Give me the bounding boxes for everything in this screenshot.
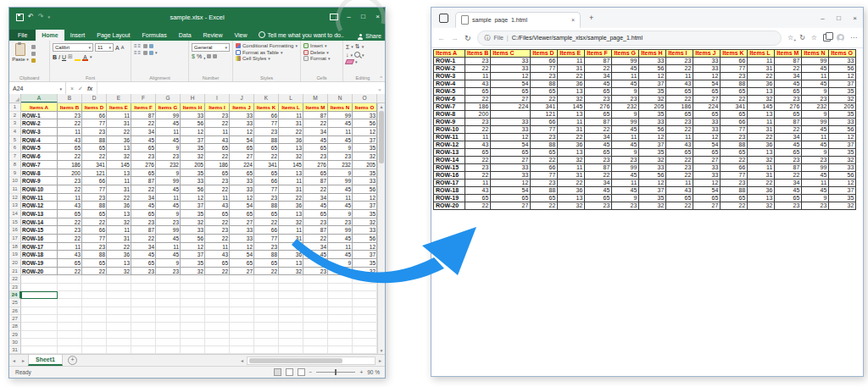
excel-row-label-cell[interactable]: ROW-5 <box>21 144 58 152</box>
excel-data-cell[interactable]: 87 <box>131 112 156 120</box>
excel-data-cell[interactable]: 145 <box>107 161 131 169</box>
excel-data-cell[interactable]: 23 <box>82 243 107 252</box>
normal-view-icon[interactable] <box>274 368 281 376</box>
excel-data-cell[interactable]: 22 <box>205 152 230 161</box>
empty-cell[interactable] <box>181 284 205 291</box>
browser-maximize-button[interactable]: □ <box>831 14 847 22</box>
excel-data-cell[interactable]: 54 <box>230 136 254 145</box>
underline-button[interactable]: U <box>62 54 66 60</box>
excel-data-cell[interactable]: 43 <box>58 251 82 259</box>
empty-cell[interactable] <box>156 346 181 354</box>
excel-data-cell[interactable]: 23 <box>303 268 328 276</box>
excel-data-cell[interactable]: 45 <box>328 119 353 128</box>
excel-data-cell[interactable]: 65 <box>82 210 107 218</box>
excel-header-cell[interactable]: Items H <box>181 103 205 112</box>
empty-cell[interactable] <box>279 315 303 323</box>
empty-cell[interactable] <box>131 331 156 339</box>
empty-cell[interactable] <box>58 275 82 283</box>
excel-data-cell[interactable]: 23 <box>58 226 82 235</box>
excel-data-cell[interactable]: 56 <box>353 119 377 128</box>
excel-data-cell[interactable]: 33 <box>230 112 254 120</box>
sheet-tab-sheet1[interactable]: Sheet1 <box>28 355 63 366</box>
excel-data-cell[interactable]: 22 <box>254 268 279 276</box>
empty-cell[interactable] <box>279 339 303 346</box>
empty-cell[interactable] <box>254 275 279 283</box>
row-number-10[interactable]: 10 <box>9 177 21 185</box>
empty-cell[interactable] <box>205 291 230 299</box>
scroll-left-icon[interactable]: ◂ <box>237 357 247 363</box>
empty-cell[interactable] <box>205 284 230 291</box>
scrollbar-thumb[interactable] <box>379 111 384 163</box>
excel-data-cell[interactable]: 23 <box>303 152 328 161</box>
excel-data-cell[interactable]: 23 <box>156 152 181 161</box>
excel-data-cell[interactable]: 33 <box>353 112 377 120</box>
zoom-slider-thumb[interactable] <box>335 369 337 375</box>
empty-cell[interactable] <box>303 307 328 315</box>
excel-data-cell[interactable]: 11 <box>58 194 82 202</box>
empty-cell[interactable] <box>82 331 107 339</box>
excel-data-cell[interactable]: 22 <box>303 185 328 194</box>
excel-data-cell[interactable]: 31 <box>107 119 131 128</box>
excel-data-cell[interactable]: 87 <box>131 177 156 185</box>
excel-data-cell[interactable]: 37 <box>181 202 205 210</box>
excel-data-cell[interactable]: 65 <box>254 169 279 178</box>
redo-icon[interactable]: ↷ <box>38 14 44 20</box>
excel-data-cell[interactable]: 11 <box>328 243 353 252</box>
excel-data-cell[interactable]: 88 <box>254 136 279 145</box>
empty-cell[interactable] <box>353 323 377 330</box>
excel-data-cell[interactable]: 56 <box>181 235 205 243</box>
excel-data-cell[interactable]: 65 <box>254 144 279 152</box>
excel-data-cell[interactable]: 65 <box>303 144 328 152</box>
scroll-right-icon[interactable]: ▸ <box>376 357 385 363</box>
empty-cell[interactable] <box>156 315 181 323</box>
excel-data-cell[interactable]: 276 <box>303 161 328 169</box>
empty-cell[interactable] <box>279 299 303 307</box>
empty-cell[interactable] <box>254 299 279 307</box>
excel-data-cell[interactable]: 32 <box>181 152 205 161</box>
excel-data-cell[interactable]: 22 <box>279 243 303 252</box>
excel-data-cell[interactable]: 22 <box>279 194 303 202</box>
empty-cell[interactable] <box>230 346 254 354</box>
indent-icon[interactable] <box>143 51 147 55</box>
page-break-view-icon[interactable] <box>298 368 305 376</box>
empty-cell[interactable] <box>82 346 107 354</box>
excel-data-cell[interactable]: 31 <box>107 235 131 243</box>
empty-cell[interactable] <box>107 275 131 283</box>
excel-row-label-cell[interactable]: ROW-10 <box>21 185 58 194</box>
excel-data-cell[interactable]: 22 <box>205 185 230 194</box>
ribbon-tab-data[interactable]: Data <box>173 30 198 41</box>
row-number-23[interactable]: 23 <box>9 284 21 291</box>
row-number-18[interactable]: 18 <box>9 243 21 252</box>
empty-cell[interactable] <box>279 275 303 283</box>
row-number-7[interactable]: 7 <box>9 152 21 161</box>
row-number-17[interactable]: 17 <box>9 235 21 243</box>
empty-cell[interactable] <box>205 323 230 330</box>
excel-data-cell[interactable]: 12 <box>230 243 254 252</box>
ribbon-display-options-icon[interactable] <box>330 14 338 20</box>
empty-cell[interactable] <box>230 275 254 283</box>
empty-cell[interactable] <box>58 315 82 323</box>
empty-cell[interactable] <box>230 299 254 307</box>
excel-data-cell[interactable]: 205 <box>181 161 205 169</box>
excel-data-cell[interactable]: 87 <box>303 226 328 235</box>
excel-data-cell[interactable]: 9 <box>156 169 181 178</box>
excel-data-cell[interactable]: 13 <box>107 259 131 268</box>
excel-data-cell[interactable]: 45 <box>131 251 156 259</box>
back-icon[interactable]: ← <box>437 34 445 42</box>
excel-data-cell[interactable]: 35 <box>353 210 377 218</box>
empty-cell[interactable] <box>131 284 156 291</box>
row-number-31[interactable]: 31 <box>9 346 21 354</box>
empty-cell[interactable] <box>279 307 303 315</box>
excel-data-cell[interactable]: 23 <box>82 128 107 136</box>
scroll-down-icon[interactable]: ▼ <box>378 348 385 353</box>
excel-row-label-cell[interactable]: ROW-17 <box>21 243 58 252</box>
excel-data-cell[interactable]: 77 <box>82 119 107 128</box>
excel-data-cell[interactable]: 23 <box>328 268 353 276</box>
insert-cells-button[interactable]: Insert▾ <box>303 43 340 48</box>
excel-data-cell[interactable]: 65 <box>82 259 107 268</box>
excel-data-cell[interactable]: 65 <box>230 210 254 218</box>
empty-cell[interactable] <box>254 307 279 315</box>
row-number-27[interactable]: 27 <box>9 315 21 323</box>
insert-function-icon[interactable]: fx <box>87 86 92 91</box>
excel-data-cell[interactable]: 9 <box>328 259 353 268</box>
